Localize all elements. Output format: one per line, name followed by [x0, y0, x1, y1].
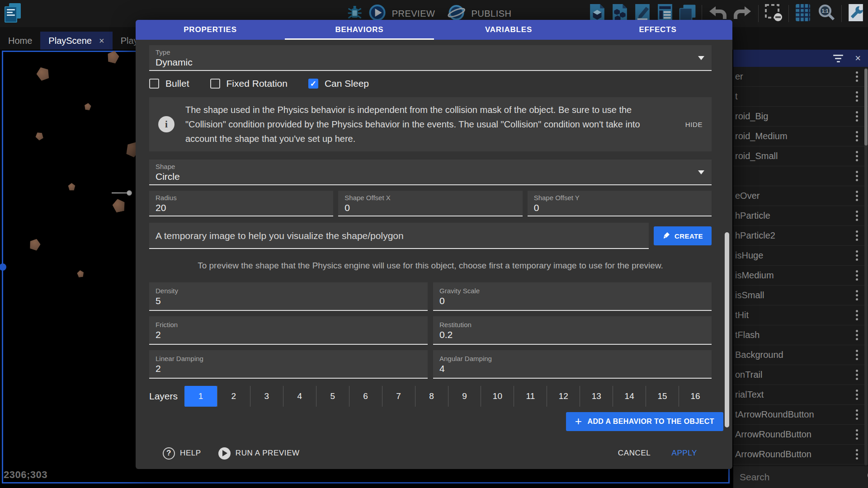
create-button[interactable]: CREATE	[654, 226, 712, 245]
object-menu-icon[interactable]	[856, 330, 858, 340]
object-list-item[interactable]: ArrowRoundButton	[733, 425, 868, 445]
hide-button[interactable]: HIDE	[685, 121, 703, 128]
linear-damping-field[interactable]: Linear Damping 2	[149, 350, 428, 379]
dialog-scrollbar-thumb[interactable]	[725, 232, 729, 427]
clear-mask-icon[interactable]	[764, 3, 783, 24]
object-list-item[interactable]: roid_Medium	[733, 127, 868, 146]
search-input[interactable]	[740, 472, 862, 483]
layer-button-1[interactable]: 1	[184, 386, 217, 407]
add-behavior-button[interactable]: + ADD A BEHAVIOR TO THE OBJECT	[566, 412, 723, 431]
object-list-item[interactable]: eOver	[733, 186, 868, 206]
object-menu-icon[interactable]	[856, 191, 858, 201]
object-list-item[interactable]	[733, 166, 868, 186]
object-menu-icon[interactable]	[856, 131, 858, 141]
help-button[interactable]: ? HELP	[163, 447, 201, 460]
object-handle-dot[interactable]	[127, 190, 132, 196]
object-menu-icon[interactable]	[856, 270, 858, 281]
object-menu-icon[interactable]	[856, 449, 858, 460]
run-preview-button[interactable]: RUN A PREVIEW	[218, 447, 300, 460]
publish-button[interactable]: PUBLISH	[471, 9, 511, 19]
layer-button-6[interactable]: 6	[349, 386, 382, 407]
apply-button[interactable]: APPLY	[671, 449, 697, 458]
layer-button-11[interactable]: 11	[514, 386, 547, 407]
cancel-button[interactable]: CANCEL	[618, 449, 651, 458]
tab-variables[interactable]: VARIABLES	[434, 20, 583, 40]
layer-button-5[interactable]: 5	[316, 386, 349, 407]
object-list-item[interactable]: onTrail	[733, 365, 868, 385]
layer-button-14[interactable]: 14	[613, 386, 646, 407]
tab-properties[interactable]: PROPERTIES	[136, 20, 285, 40]
restitution-field[interactable]: Restitution 0.2	[433, 316, 712, 345]
project-manager-icon[interactable]	[5, 3, 23, 24]
scene-settings-icon[interactable]	[847, 3, 864, 24]
object-menu-icon[interactable]	[856, 91, 858, 102]
object-menu-icon[interactable]	[856, 230, 858, 241]
layer-button-13[interactable]: 13	[580, 386, 613, 407]
object-list-item[interactable]: tFlash	[733, 325, 868, 345]
layer-button-4[interactable]: 4	[283, 386, 316, 407]
filter-icon[interactable]	[833, 55, 843, 62]
layer-button-12[interactable]: 12	[547, 386, 580, 407]
object-list-item[interactable]: t	[733, 87, 868, 107]
layer-button-9[interactable]: 9	[448, 386, 481, 407]
layer-button-10[interactable]: 10	[481, 386, 514, 407]
object-menu-icon[interactable]	[856, 310, 858, 320]
objects-panel-scrollbar[interactable]	[864, 68, 868, 465]
object-list-item[interactable]: hParticle2	[733, 226, 868, 246]
selection-resize-handle[interactable]	[0, 263, 6, 271]
layer-button-15[interactable]: 15	[646, 386, 679, 407]
redo-icon[interactable]	[733, 4, 753, 23]
friction-field[interactable]: Friction 2	[149, 316, 428, 345]
object-menu-icon[interactable]	[856, 350, 858, 360]
checkbox-icon[interactable]: ✓	[149, 79, 159, 89]
checkbox-icon[interactable]: ✓	[308, 79, 318, 89]
object-list-item[interactable]: ArrowRoundButton	[733, 445, 868, 465]
temp-image-field[interactable]: A temporary image to help you visualize …	[149, 223, 649, 249]
zoom-original-icon[interactable]: 1:1	[817, 3, 836, 24]
tab-home[interactable]: Home	[0, 32, 40, 50]
angular-damping-field[interactable]: Angular Damping 4	[433, 350, 712, 379]
panel-close-icon[interactable]: ×	[855, 53, 861, 63]
tab-effects[interactable]: EFFECTS	[583, 20, 732, 40]
object-list-item[interactable]: er	[733, 67, 868, 87]
object-list-item[interactable]: roid_Big	[733, 107, 868, 127]
layer-button-3[interactable]: 3	[250, 386, 283, 407]
object-menu-icon[interactable]	[856, 151, 858, 161]
object-menu-icon[interactable]	[856, 409, 858, 420]
object-list-item[interactable]: isHuge	[733, 246, 868, 266]
checkbox-icon[interactable]: ✓	[210, 79, 220, 89]
tab-playscene[interactable]: PlayScene ×	[40, 32, 112, 50]
object-menu-icon[interactable]	[856, 171, 858, 181]
object-menu-icon[interactable]	[856, 250, 858, 261]
object-menu-icon[interactable]	[856, 111, 858, 122]
object-menu-icon[interactable]	[856, 389, 858, 400]
object-list-item[interactable]: hParticle	[733, 206, 868, 226]
object-menu-icon[interactable]	[856, 71, 858, 82]
type-select[interactable]: Type Dynamic	[149, 45, 712, 71]
object-list-item[interactable]: tArrowRoundButton	[733, 405, 868, 425]
object-list-item[interactable]: rialText	[733, 385, 868, 405]
shape-offset-y-field[interactable]: Shape Offset Y 0	[528, 191, 712, 216]
radius-field[interactable]: Radius 20	[149, 191, 333, 216]
objects-panel-scrollbar-thumb[interactable]	[864, 69, 868, 145]
density-field[interactable]: Density 5	[149, 282, 428, 311]
object-list-item[interactable]: Background	[733, 345, 868, 365]
can-sleep-checkbox[interactable]: ✓ Can Sleep	[308, 78, 369, 89]
preview-button[interactable]: PREVIEW	[392, 9, 435, 19]
fixed-rotation-checkbox[interactable]: ✓ Fixed Rotation	[210, 78, 288, 89]
object-menu-icon[interactable]	[856, 429, 858, 440]
object-list-item[interactable]: isSmall	[733, 286, 868, 305]
object-menu-icon[interactable]	[856, 370, 858, 380]
layer-button-16[interactable]: 16	[679, 386, 712, 407]
layer-button-7[interactable]: 7	[382, 386, 415, 407]
shape-offset-x-field[interactable]: Shape Offset X 0	[338, 191, 522, 216]
object-menu-icon[interactable]	[856, 211, 858, 221]
object-list-item[interactable]: roid_Small	[733, 146, 868, 166]
layer-button-8[interactable]: 8	[415, 386, 448, 407]
gravity-scale-field[interactable]: Gravity Scale 0	[433, 282, 712, 311]
bullet-checkbox[interactable]: ✓ Bullet	[149, 78, 189, 89]
object-list-item[interactable]: isMedium	[733, 266, 868, 286]
shape-select[interactable]: Shape Circle	[149, 160, 712, 185]
tab-close-icon[interactable]: ×	[99, 36, 104, 46]
grid-icon[interactable]	[794, 3, 811, 24]
